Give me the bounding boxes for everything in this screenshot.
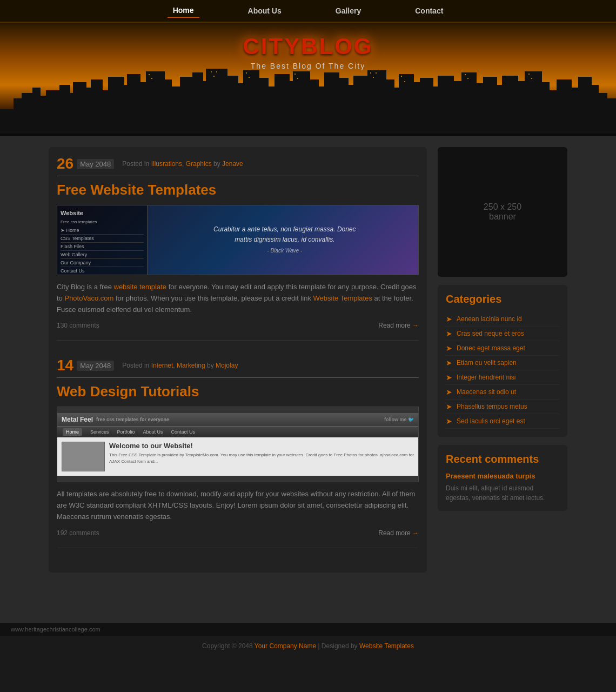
svg-rect-73 — [373, 77, 374, 78]
post-1-date-bar: 26 May 2048 Posted in Illusrations, Grap… — [57, 155, 419, 176]
skyline-graphic — [0, 66, 616, 136]
category-item-4: ➤ Etiam eu velit sapien — [446, 356, 559, 370]
post-1-comments: 130 comments — [57, 322, 99, 329]
mock-mf-nav-services: Services — [90, 429, 109, 435]
nav-contact[interactable]: Contact — [410, 4, 448, 17]
recent-comments-title: Recent comments — [446, 453, 559, 465]
category-link-4[interactable]: Etiam eu velit sapien — [457, 359, 517, 367]
category-arrow-8: ➤ — [446, 417, 452, 425]
post-2-image: Metal Feel free css templates for everyo… — [57, 407, 419, 482]
sidebar-banner: 250 x 250 banner — [438, 147, 567, 277]
mock-quote-area: Curabitur a ante tellus, non feugiat mas… — [151, 205, 418, 275]
nav-gallery[interactable]: Gallery — [330, 4, 366, 17]
svg-rect-23 — [206, 69, 227, 136]
post-2-meta: Posted in Internet, Marketing by Mojolay — [122, 362, 419, 369]
svg-rect-75 — [401, 76, 402, 77]
category-arrow-4: ➤ — [446, 358, 452, 367]
footer-designed-by: | Designed by — [318, 642, 357, 650]
mock-mf-body-text: This Free CSS Template is provided by Te… — [109, 452, 414, 464]
post-1-link-wt[interactable]: Website Templates — [313, 294, 372, 302]
category-link-2[interactable]: Cras sed neque et eros — [457, 330, 524, 337]
mock-mf-welcome: Welcome to our Website! — [109, 442, 414, 450]
svg-rect-68 — [246, 72, 247, 74]
post-1-read-more[interactable]: Read more → — [378, 322, 419, 329]
mock-nav-home: ➤ Home — [61, 227, 144, 235]
footer-company-link[interactable]: Your Company Name — [255, 642, 316, 650]
category-arrow-7: ➤ — [446, 402, 452, 411]
footer-url-text: www.heritagechristiancollege.com — [11, 626, 101, 633]
footer-template-link[interactable]: Website Templates — [359, 642, 414, 650]
footer-copyright-text: Copyright © 2048 — [202, 642, 253, 650]
svg-rect-80 — [531, 78, 532, 79]
category-link-7[interactable]: Phasellus tempus metus — [457, 403, 527, 410]
svg-rect-61 — [605, 98, 616, 136]
mock-nav-css: CSS Templates — [61, 235, 144, 243]
mock-nav-gallery: Web Gallery — [61, 251, 144, 259]
svg-rect-79 — [528, 74, 530, 75]
post-1-date-month: May 2048 — [77, 159, 114, 169]
mock-mf-brand: Metal Feel — [62, 416, 93, 423]
svg-rect-37 — [353, 76, 370, 136]
post-1-link-photovaco[interactable]: PhotoVaco.com — [64, 294, 113, 302]
post-1-title: Free Website Templates — [57, 182, 419, 198]
category-arrow-1: ➤ — [446, 315, 452, 323]
post-2-cat-1[interactable]: Internet — [151, 362, 173, 369]
footer-url-bar: www.heritagechristiancollege.com — [0, 623, 616, 636]
svg-rect-51 — [502, 76, 518, 136]
footer-copyright: Copyright © 2048 Your Company Name | Des… — [0, 636, 616, 656]
mock-mf-nav-home: Home — [63, 428, 82, 436]
category-link-8[interactable]: Sed iaculis orci eget est — [457, 417, 525, 425]
mock-mf-header: Metal Feel free css templates for everyo… — [57, 413, 418, 427]
svg-rect-77 — [465, 74, 466, 75]
nav-about[interactable]: About Us — [243, 4, 287, 17]
svg-rect-56 — [557, 79, 572, 136]
svg-rect-41 — [399, 74, 414, 136]
svg-rect-71 — [297, 78, 298, 79]
post-2-cat-2[interactable]: Marketing — [177, 362, 205, 369]
sidebar-recent-comments: Recent comments Praesent malesuada turpi… — [438, 445, 567, 511]
category-item-2: ➤ Cras sed neque et eros — [446, 327, 559, 341]
category-link-3[interactable]: Donec eget massa eget — [457, 344, 525, 352]
mock-nav-company: Our Company — [61, 259, 144, 267]
post-1-cat-2[interactable]: Graphics — [186, 160, 212, 168]
svg-rect-62 — [0, 134, 616, 136]
svg-rect-63 — [149, 74, 150, 75]
post-2-date-num: 14 — [57, 357, 73, 374]
banner-text: 250 x 250 banner — [484, 202, 521, 222]
mock-sidebar: Website Free css templates ➤ Home CSS Te… — [57, 205, 148, 275]
nav-home[interactable]: Home — [168, 4, 199, 18]
svg-rect-72 — [370, 72, 371, 74]
mock-site-label: Website — [61, 210, 144, 216]
post-1-image: Website Free css templates ➤ Home CSS Te… — [57, 205, 419, 275]
mock-mf-nav-about: About Us — [143, 429, 163, 435]
post-2-read-more[interactable]: Read more → — [378, 529, 419, 537]
recent-comment-text-1: Duis mi elit, aliquet id euismod egestas… — [446, 483, 559, 503]
category-item-1: ➤ Aenean lacinia nunc id — [446, 312, 559, 327]
post-1-link-template[interactable]: website template — [114, 283, 167, 291]
categories-title: Categories — [446, 293, 559, 305]
category-link-1[interactable]: Aenean lacinia nunc id — [457, 315, 522, 323]
mock-mf-nav-portfolio: Portfolio — [117, 429, 135, 435]
mock-quote-text: Curabitur a ante tellus, non feugiat mas… — [213, 224, 356, 256]
svg-rect-31 — [293, 71, 310, 136]
svg-rect-38 — [367, 70, 386, 136]
mock-mf-content: Welcome to our Website! This Free CSS Te… — [109, 442, 414, 471]
category-item-7: ➤ Phasellus tempus metus — [446, 400, 559, 414]
category-arrow-3: ➤ — [446, 344, 452, 352]
post-2-author[interactable]: Mojolay — [216, 362, 238, 369]
site-title: CITYBLOG — [243, 34, 373, 59]
mock-nav-flash: Flash Files — [61, 243, 144, 251]
post-1-author[interactable]: Jenave — [222, 160, 243, 168]
category-link-6[interactable]: Maecenas sit odio ut — [457, 388, 516, 396]
category-link-5[interactable]: Integer hendrerit nisi — [457, 374, 515, 381]
post-1-cat-1[interactable]: Illusrations — [151, 160, 182, 168]
svg-rect-17 — [146, 71, 165, 136]
post-2-comments: 192 comments — [57, 529, 99, 537]
main-wrapper: 26 May 2048 Posted in Illusrations, Grap… — [0, 136, 616, 623]
mock-mf-image-placeholder — [62, 442, 105, 471]
post-1-footer: 130 comments Read more → — [57, 322, 419, 329]
mock-metal-feel: Metal Feel free css templates for everyo… — [57, 413, 418, 476]
category-arrow-2: ➤ — [446, 329, 452, 338]
content-area: 26 May 2048 Posted in Illusrations, Grap… — [49, 147, 567, 573]
post-1-meta: Posted in Illusrations, Graphics by Jena… — [122, 160, 419, 168]
